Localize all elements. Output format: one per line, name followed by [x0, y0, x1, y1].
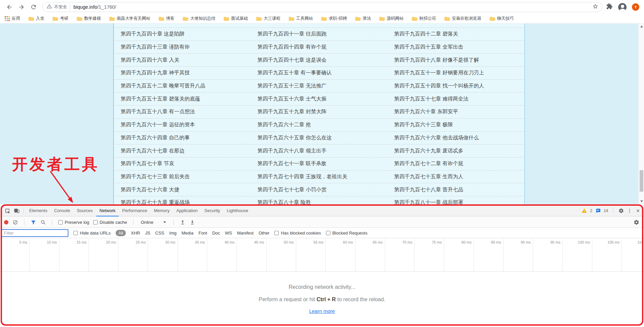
devtools-tab-security[interactable]: Security	[201, 205, 223, 216]
chapter-link[interactable]: 第四千九百七十章 节哀	[114, 160, 251, 167]
bookmark-folder[interactable]: 求职-招聘	[321, 16, 347, 21]
devtools-tab-network[interactable]: Network	[96, 205, 119, 216]
back-button[interactable]	[5, 2, 14, 12]
bookmark-folder[interactable]: 秋招公司	[412, 16, 436, 21]
profile-avatar[interactable]	[618, 3, 627, 11]
chapter-link[interactable]: 第四千九百四十章 这是陷阱	[114, 30, 251, 38]
chapter-link[interactable]: 第四千九百七十三章 前后夹击	[114, 173, 251, 180]
chapter-link[interactable]: 第四千九百六十五章 你怎么在这	[251, 134, 388, 141]
bookmark-folder[interactable]: 南昌大学有关网站	[109, 16, 150, 21]
settings-gear-icon[interactable]	[619, 208, 624, 213]
devtools-tab-sources[interactable]: Sources	[73, 205, 96, 216]
url-host[interactable]: biquge.info	[73, 4, 97, 10]
chapter-link[interactable]: 第四千九百五十七章 难得两全法	[387, 95, 524, 103]
bookmark-folder[interactable]: 面试基础	[224, 16, 248, 21]
devtools-tab-console[interactable]: Console	[51, 205, 73, 216]
filter-type-doc[interactable]: Doc	[212, 231, 220, 236]
filter-type-img[interactable]: Img	[169, 231, 177, 236]
preserve-log-checkbox[interactable]	[58, 220, 63, 224]
chapter-link[interactable]: 第四千九百六十二章 抢	[251, 121, 388, 128]
chapter-link[interactable]: 第四千九百四十九章 神乎其技	[114, 69, 251, 76]
filter-type-xhr[interactable]: XHR	[131, 231, 140, 236]
chapter-link[interactable]: 第四千九百七十七章 小罚小赏	[251, 186, 388, 193]
scroll-up-arrow-icon[interactable]	[640, 25, 643, 27]
chapter-link[interactable]: 第四千九百四十三章 谨防有诈	[114, 44, 251, 51]
bookmark-folder[interactable]: 安装谷歌浏览器	[444, 16, 481, 21]
hide-data-urls-checkbox[interactable]	[73, 231, 78, 235]
chapter-link[interactable]: 第四千九百六十六章 他去战场做什么	[387, 134, 524, 141]
scrollbar-thumb[interactable]	[640, 170, 643, 192]
warning-icon[interactable]	[582, 208, 587, 213]
chapter-link[interactable]: 第四千九百四十八章 好像不是很了解	[387, 57, 524, 64]
has-blocked-cookies-checkbox[interactable]	[274, 231, 279, 235]
page-scrollbar[interactable]	[638, 23, 644, 204]
blocked-requests-option[interactable]: Blocked Requests	[326, 231, 368, 236]
security-label[interactable]: 不安全	[54, 4, 67, 10]
devtools-tab-performance[interactable]: Performance	[119, 205, 150, 216]
chapter-link[interactable]: 第四千九百六十一章 远征的资本	[114, 121, 251, 128]
chapter-link[interactable]: 第四千九百四十五章 全军出击	[387, 44, 524, 51]
devtools-tab-memory[interactable]: Memory	[151, 205, 173, 216]
filter-type-css[interactable]: CSS	[155, 231, 164, 236]
bookmark-folder[interactable]: 考研	[53, 16, 68, 21]
chapter-link[interactable]: 第四千九百七十五章 生而为人	[387, 173, 524, 180]
inspect-element-button[interactable]	[3, 206, 12, 215]
forward-button[interactable]	[17, 2, 26, 12]
search-button[interactable]	[40, 219, 46, 225]
filter-type-media[interactable]: Media	[181, 231, 193, 236]
import-har-button[interactable]	[180, 219, 185, 225]
devtools-tab-elements[interactable]: Elements	[26, 205, 51, 216]
chapter-link[interactable]: 第四千九百七十六章 大捷	[114, 186, 251, 193]
device-toolbar-button[interactable]	[12, 206, 21, 215]
extensions-button[interactable]	[606, 3, 613, 11]
bookmark-folder[interactable]: 入党	[29, 16, 44, 21]
chapter-link[interactable]: 第四千九百五十章 有一事要确认	[251, 69, 388, 76]
filter-type-js[interactable]: JS	[145, 231, 150, 236]
bookmark-folder[interactable]: 博客	[159, 16, 174, 21]
chapter-link[interactable]: 第四千九百六十章 东郭安平	[387, 108, 524, 115]
export-har-button[interactable]	[190, 219, 195, 225]
chapter-link[interactable]: 第四千九百七十九章 重返战场	[114, 199, 251, 204]
filter-type-all[interactable]: All	[116, 230, 126, 236]
filter-button[interactable]	[31, 219, 36, 225]
chapter-link[interactable]: 第四千九百四十七章 这是误会	[251, 57, 388, 64]
chapter-link[interactable]: 第四千九百五十八章 有一点想法	[114, 108, 251, 115]
filter-type-manifest[interactable]: Manifest	[237, 231, 254, 236]
disable-cache-option[interactable]: Disable cache	[93, 220, 127, 225]
chapter-link[interactable]: 第四千九百六十九章 废话忒多	[387, 147, 524, 154]
throttling-dropdown[interactable]: Online	[140, 220, 168, 225]
bookmark-folder[interactable]: 聊天技巧	[490, 16, 514, 21]
chapter-link[interactable]: 第四千九百六十三章 极限	[387, 121, 524, 128]
apps-shortcut[interactable]: 应用	[5, 16, 20, 21]
network-settings-button[interactable]	[634, 219, 639, 225]
chapter-link[interactable]: 第四千九百五十二章 晚辈可晋升八品	[114, 82, 251, 89]
chapter-link[interactable]: 第四千九百五十六章 士气大振	[251, 95, 388, 103]
chapter-link[interactable]: 第四千九百五十五章 碧落关的底蕴	[114, 95, 251, 103]
bookmark-folder[interactable]: 工具网站	[289, 16, 313, 21]
bookmark-folder[interactable]: 源码网站	[379, 16, 404, 21]
devtools-tab-lighthouse[interactable]: Lighthouse	[223, 205, 252, 216]
warning-count[interactable]: 2	[590, 208, 592, 213]
reload-button[interactable]	[29, 2, 38, 12]
not-secure-warning-icon[interactable]	[47, 4, 52, 10]
bookmark-folder[interactable]: 大佬知识总结	[183, 16, 215, 21]
close-icon[interactable]	[635, 208, 641, 213]
clear-button[interactable]	[12, 219, 18, 225]
chapter-link[interactable]: 第四千九百五十九章 封禁大阵	[251, 108, 388, 115]
filter-type-ws[interactable]: WS	[225, 231, 232, 236]
record-button[interactable]	[4, 220, 8, 224]
chapter-link[interactable]: 第四千九百四十六章 入关	[114, 57, 251, 64]
chapter-link[interactable]: 第四千九百六十七章 在那边	[114, 147, 251, 154]
chapter-link[interactable]: 第四千九百五十一章 好钢要用在刀刃上	[387, 69, 524, 76]
bookmark-star-button[interactable]	[592, 3, 598, 11]
blocked-requests-checkbox[interactable]	[326, 231, 330, 235]
url-path[interactable]: /1_1760/	[97, 4, 116, 10]
chapter-link[interactable]: 第四千九百五十四章 找一个叫杨开的人	[387, 82, 524, 89]
has-blocked-cookies-option[interactable]: Has blocked cookies	[274, 231, 321, 236]
scroll-down-arrow-icon[interactable]	[640, 200, 643, 202]
learn-more-link[interactable]: Learn more	[309, 308, 335, 314]
chapter-link[interactable]: 第四千九百四十四章 有诈个屁	[251, 44, 388, 51]
console-messages-icon[interactable]	[595, 208, 601, 213]
filter-type-font[interactable]: Font	[199, 231, 207, 236]
filter-input[interactable]	[1, 229, 68, 237]
